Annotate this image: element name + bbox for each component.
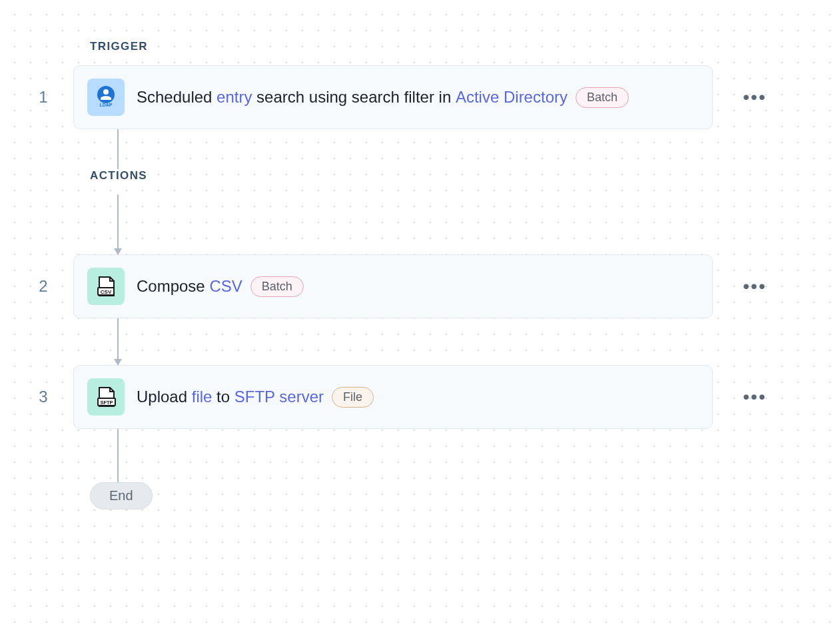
connector-arrow: [117, 194, 840, 254]
trigger-card[interactable]: LDAP Scheduled entry search using search…: [73, 65, 713, 129]
step-number-2: 2: [13, 277, 73, 296]
badge-batch: Batch: [250, 276, 304, 297]
step-number-3: 3: [13, 388, 73, 406]
step-row-1: 1 LDAP Scheduled entry search using sear…: [13, 65, 840, 129]
text-segment: search using search filter in: [252, 88, 455, 107]
svg-text:LDAP: LDAP: [99, 103, 112, 107]
svg-point-1: [103, 89, 109, 95]
more-options-button[interactable]: [738, 87, 771, 108]
action-title: Upload file to SFTP server File: [137, 387, 374, 408]
step-number-1: 1: [13, 88, 73, 107]
more-options-button[interactable]: [738, 276, 771, 297]
csv-icon: CSV: [87, 268, 125, 305]
badge-batch: Batch: [576, 87, 629, 108]
text-segment: Upload: [137, 388, 192, 406]
text-segment-link: SFTP server: [234, 388, 324, 406]
ldap-icon: LDAP: [87, 79, 125, 116]
step-row-3: 3 SFTP Upload file to SFTP server File: [13, 365, 840, 429]
text-segment: Scheduled: [137, 88, 216, 107]
section-label-actions: ACTIONS: [90, 169, 840, 182]
connector-arrow: [117, 318, 840, 365]
action-title: Compose CSV Batch: [137, 276, 304, 297]
text-segment: to: [212, 388, 234, 406]
more-options-button[interactable]: [738, 386, 771, 408]
step-row-2: 2 CSV Compose CSV Batch: [13, 254, 840, 318]
text-segment-link: entry: [216, 88, 252, 107]
connector-line: [117, 129, 840, 169]
text-segment-link: CSV: [209, 277, 242, 296]
trigger-title: Scheduled entry search using search filt…: [137, 87, 629, 108]
action-card-sftp[interactable]: SFTP Upload file to SFTP server File: [73, 365, 713, 429]
svg-text:SFTP: SFTP: [100, 400, 113, 406]
action-card-csv[interactable]: CSV Compose CSV Batch: [73, 254, 713, 318]
text-segment: Compose: [137, 277, 209, 296]
svg-text:CSV: CSV: [101, 289, 112, 295]
connector-line: [117, 429, 840, 482]
sftp-icon: SFTP: [87, 378, 125, 416]
end-node: End: [90, 482, 153, 509]
badge-file: File: [332, 387, 374, 408]
text-segment-link: Active Directory: [456, 88, 568, 107]
section-label-trigger: TRIGGER: [90, 40, 840, 53]
workflow-canvas: TRIGGER 1 LDAP Scheduled entry search us…: [0, 0, 840, 509]
text-segment-link: file: [192, 388, 212, 406]
